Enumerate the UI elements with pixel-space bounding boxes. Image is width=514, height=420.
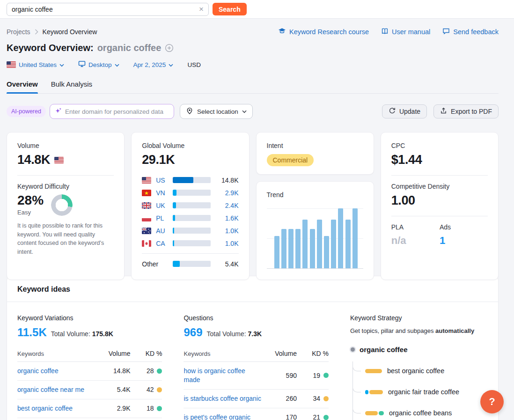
book-icon [381, 28, 389, 36]
trend-card: Trend [256, 181, 374, 280]
col-keywords[interactable]: Keywords [184, 350, 263, 357]
table-row: how is organic coffee made59019 [184, 362, 328, 390]
help-button[interactable]: ? [480, 390, 504, 413]
volume-bar [173, 190, 210, 196]
keyword-research-course-link[interactable]: Keyword Research course [278, 28, 369, 36]
user-manual-link[interactable]: User manual [381, 28, 430, 36]
strategy-root-node[interactable]: organic coffee [350, 346, 488, 354]
chevron-right-icon [35, 29, 38, 35]
trend-bar [331, 220, 336, 268]
keyword-link[interactable]: is starbucks coffee organic [184, 394, 263, 403]
kd-note: It is quite possible to rank for this ke… [17, 221, 114, 256]
country-code-link[interactable]: PL [156, 214, 169, 222]
breadcrumb-projects[interactable]: Projects [7, 28, 30, 36]
keyword-strategy-column: Keyword Strategy Get topics, pillar and … [350, 314, 488, 420]
keyword-link[interactable]: best organic coffee [17, 404, 96, 413]
search-button[interactable]: Search [213, 3, 247, 15]
col-kd[interactable]: KD % [301, 350, 329, 357]
table-row: is peet's coffee organic17021 [184, 408, 328, 420]
strategy-bar-segment [365, 369, 382, 373]
strategy-child-node[interactable]: organic fair trade coffee [353, 388, 488, 396]
currency-label: USD [187, 61, 201, 68]
send-feedback-link[interactable]: Send feedback [442, 28, 499, 36]
graduation-cap-icon [278, 28, 286, 36]
clear-search-icon[interactable]: × [198, 5, 205, 13]
keyword-search-input[interactable] [12, 6, 198, 13]
keyword-volume: 5.4K [101, 386, 130, 393]
country-code-link[interactable]: UK [156, 202, 169, 209]
variations-total: Total Volume: 175.8K [51, 330, 113, 338]
country-code-link[interactable]: VN [156, 189, 169, 197]
country-code-link[interactable]: US [156, 177, 169, 184]
location-select[interactable]: Select location [180, 104, 253, 119]
tab-bulk-analysis[interactable]: Bulk Analysis [51, 80, 92, 93]
col-volume[interactable]: Volume [268, 350, 297, 357]
device-filter[interactable]: Desktop [78, 60, 119, 69]
cpc-card: CPC $1.44 Competitive Density 1.00 PLA n… [381, 132, 499, 280]
other-bar-fill [173, 261, 180, 267]
vn-flag [142, 190, 152, 196]
keyword-kd: 34 [301, 395, 329, 402]
ai-powered-badge: AI-powered [7, 106, 46, 117]
strategy-bar [365, 411, 384, 415]
questions-label: Questions [184, 314, 328, 322]
keyword-volume: 14.8K [101, 367, 130, 375]
country-code-link[interactable]: AU [156, 227, 169, 235]
strategy-subtitle: Get topics, pillar and subpages automati… [350, 327, 488, 334]
questions-count[interactable]: 969 [184, 326, 202, 339]
strategy-label: Keyword Strategy [350, 314, 488, 322]
strategy-tree: organic coffee best organic coffeeorgani… [350, 346, 488, 420]
keyword-link[interactable]: how is organic coffee made [184, 367, 263, 384]
page-title-keyword: organic coffee [97, 43, 162, 53]
table-row: organic coffee near me5.4K42 [17, 381, 162, 399]
volume-bar [173, 177, 210, 183]
keyword-link[interactable]: organic coffee [17, 367, 96, 376]
intent-label: Intent [267, 142, 363, 149]
strategy-bar [365, 390, 383, 394]
country-volume-value: 2.4K [214, 202, 239, 209]
col-volume[interactable]: Volume [101, 350, 130, 357]
volume-value: 14.8K [17, 153, 114, 167]
domain-input-wrapper[interactable] [50, 104, 174, 119]
trend-bar [310, 229, 315, 268]
keyword-search-box[interactable]: × [7, 3, 209, 16]
strategy-bar-segment [365, 390, 368, 394]
trend-bar [324, 236, 329, 268]
root-node-icon [351, 347, 355, 352]
keyword-link[interactable]: organic coffee near me [17, 385, 96, 394]
pla-value: n/a [391, 235, 440, 247]
volume-card: Volume 14.8K Keyword Difficulty 28% Easy… [7, 132, 125, 280]
trend-bar [338, 208, 343, 268]
domain-input[interactable] [65, 108, 169, 115]
keyword-volume: 170 [268, 413, 297, 420]
ads-value: 1 [440, 235, 488, 247]
strategy-child-node[interactable]: best organic coffee [353, 367, 488, 375]
table-row: organic coffee14.8K28 [17, 362, 162, 381]
col-keywords[interactable]: Keywords [17, 350, 96, 357]
strategy-child-node[interactable]: organic coffee beans [353, 409, 488, 417]
trend-label: Trend [267, 191, 363, 199]
strategy-child-label: organic fair trade coffee [388, 388, 459, 396]
country-volume-value: 14.8K [214, 177, 239, 184]
us-flag [142, 177, 152, 184]
variations-count[interactable]: 11.5K [17, 326, 47, 339]
kd-level: Easy [17, 209, 44, 216]
plus-circle-icon[interactable] [165, 44, 174, 52]
export-pdf-button[interactable]: Export to PDF [433, 104, 499, 118]
us-flag [54, 157, 64, 163]
date-filter[interactable]: Apr 2, 2025 [133, 61, 174, 68]
trend-bar [288, 229, 294, 268]
global-volume-rows: US14.8KVN2.9KUK2.4KPL1.6KAU1.0KCA1.0K [142, 174, 238, 250]
keyword-volume: 590 [268, 372, 297, 379]
country-volume-value: 2.9K [214, 189, 239, 197]
col-kd[interactable]: KD % [135, 350, 162, 357]
other-label: Other [142, 260, 169, 268]
update-button[interactable]: Update [382, 104, 427, 118]
tab-overview[interactable]: Overview [7, 80, 38, 93]
country-code-link[interactable]: CA [156, 240, 169, 247]
country-filter[interactable]: United States [7, 61, 64, 68]
keyword-link[interactable]: is peet's coffee organic [184, 413, 263, 420]
trend-bar [295, 229, 301, 268]
volume-bar [173, 261, 210, 267]
trend-bar [274, 236, 279, 268]
